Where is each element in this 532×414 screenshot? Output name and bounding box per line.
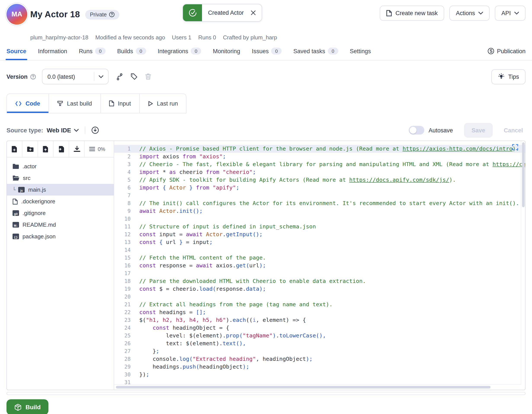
create-new-task-button[interactable]: Create new task <box>380 6 444 21</box>
code-line[interactable]: 8// The init() call configures the Actor… <box>114 199 525 207</box>
upload-file-button[interactable] <box>38 141 54 157</box>
tips-button[interactable]: Tips <box>491 69 525 84</box>
tab-builds[interactable]: Builds0 <box>117 45 146 57</box>
file-item--dockerignore[interactable]: .dockerignore <box>7 195 114 207</box>
code-line[interactable]: 3// Cheerio - The fast, flexible & elega… <box>114 161 525 168</box>
vertical-scrollbar[interactable] <box>521 141 525 385</box>
build-button[interactable]: Build <box>7 399 48 414</box>
source-type-select[interactable]: Web IDE <box>47 127 79 134</box>
code-line[interactable]: 29 headings.push(headingObject); <box>114 363 525 371</box>
tab-monitoring[interactable]: Monitoring <box>213 45 240 57</box>
line-content: const response = await axios.get(url); <box>136 262 266 270</box>
code-line[interactable]: 11// Structure of input is defined in in… <box>114 223 525 231</box>
line-number: 26 <box>114 340 136 347</box>
line-content <box>136 215 139 223</box>
tab-information[interactable]: Information <box>38 45 67 57</box>
code-line[interactable]: 27 }; <box>114 347 525 355</box>
git-file-icon: git <box>12 210 19 216</box>
file-item--actor[interactable]: .actor <box>7 161 114 172</box>
move-file-button[interactable] <box>54 141 69 157</box>
code-line[interactable]: 22const headings = []; <box>114 308 525 316</box>
code-line[interactable]: 26 text: $(element).text(), <box>114 340 525 347</box>
code-line[interactable]: 18// Parse the downloaded HTML with Chee… <box>114 277 525 285</box>
code-line[interactable]: 13const { url } = input; <box>114 238 525 246</box>
code-line[interactable]: 17 <box>114 270 525 277</box>
new-file-icon <box>11 145 18 153</box>
tab-source[interactable]: Source <box>7 45 26 57</box>
line-content: // Structure of input is defined in inpu… <box>136 223 316 231</box>
code-line[interactable]: 4import * as cheerio from "cheerio"; <box>114 168 525 176</box>
code-line[interactable]: 1// Axios - Promise based HTTP client fo… <box>114 145 525 153</box>
actions-dropdown-button[interactable]: Actions <box>449 6 490 21</box>
horizontal-scrollbar[interactable] <box>114 384 521 390</box>
code-line[interactable]: 19const $ = cheerio.load(response.data); <box>114 285 525 293</box>
download-button[interactable] <box>69 141 85 157</box>
file-item--gitignore[interactable]: git.gitignore <box>7 207 114 219</box>
file-name: .actor <box>22 163 37 170</box>
file-explorer: 0% .actorsrc└jsmain.js.dockerignoregit.g… <box>7 141 114 390</box>
new-folder-icon <box>27 146 34 152</box>
code-line[interactable]: 23$("h1, h2, h3, h4, h5, h6").each((i, e… <box>114 316 525 324</box>
view-tab-label: Input <box>118 100 131 107</box>
page-scrollbar[interactable] <box>7 392 525 395</box>
tab-count-badge: 0 <box>191 48 201 55</box>
code-line[interactable]: 21// Extract all headings from the page … <box>114 301 525 308</box>
line-content: import axios from "axios"; <box>136 153 226 161</box>
download-circle-icon[interactable] <box>92 126 99 134</box>
code-line[interactable]: 12const input = await Actor.getInput(); <box>114 231 525 238</box>
hammer-icon <box>57 100 63 106</box>
tab-saved-tasks[interactable]: Saved tasks0 <box>293 45 338 57</box>
file-icon <box>12 198 18 204</box>
code-line[interactable]: 2import axios from "axios"; <box>114 153 525 161</box>
tab-settings[interactable]: Settings <box>350 45 371 57</box>
code-line[interactable]: 20 <box>114 293 525 301</box>
line-content <box>136 270 139 277</box>
code-line[interactable]: 28 console.log("Extracted heading", head… <box>114 355 525 363</box>
file-item-src[interactable]: src <box>7 172 114 184</box>
view-tab-label: Code <box>26 100 40 107</box>
new-folder-button[interactable] <box>22 141 38 157</box>
line-number: 17 <box>114 270 136 277</box>
code-line[interactable]: 15// Fetch the HTML content of the page. <box>114 254 525 262</box>
code-line[interactable]: 5// Apify SDK - toolkit for building Api… <box>114 176 525 184</box>
tab-label: Saved tasks <box>293 48 325 54</box>
file-item-main-js[interactable]: └jsmain.js <box>7 184 114 195</box>
file-icon <box>109 100 114 106</box>
code-line[interactable]: 24 const headingObject = { <box>114 324 525 332</box>
code-line[interactable]: 16const response = await axios.get(url); <box>114 262 525 270</box>
cancel-button[interactable]: Cancel <box>501 126 525 134</box>
code-line[interactable]: 6import { Actor } from "apify"; <box>114 184 525 192</box>
file-item-package-json[interactable]: {;}package.json <box>7 231 114 242</box>
trash-icon <box>145 73 151 80</box>
code-line[interactable]: 7 <box>114 192 525 199</box>
fullscreen-icon[interactable] <box>512 144 518 150</box>
line-content: const headingObject = { <box>136 324 229 332</box>
tab-integrations[interactable]: Integrations0 <box>158 45 201 57</box>
view-tab-last-run[interactable]: Last run <box>140 94 186 113</box>
code-line[interactable]: 9await Actor.init(); <box>114 207 525 215</box>
version-select[interactable]: 0.0 (latest) <box>42 69 109 84</box>
line-content: // Axios - Promise based HTTP client for… <box>136 145 519 153</box>
file-item-readme-md[interactable]: M↓README.md <box>7 219 114 231</box>
tag-icon[interactable] <box>131 73 138 80</box>
line-content: // Apify SDK - toolkit for building Apif… <box>136 176 456 184</box>
tab-issues[interactable]: Issues0 <box>252 45 282 57</box>
autosave-toggle[interactable] <box>409 126 424 135</box>
tab-publication[interactable]: Publication <box>487 45 525 57</box>
code-line[interactable]: 25 level: $(element).prop("tagName").toL… <box>114 332 525 340</box>
header: MA My Actor 18 Private plum_harp/my-acto… <box>0 0 532 45</box>
code-line[interactable]: 30}); <box>114 371 525 378</box>
toast-close-icon[interactable] <box>251 10 255 15</box>
api-dropdown-button[interactable]: API <box>495 6 525 21</box>
tab-runs[interactable]: Runs0 <box>79 45 105 57</box>
code-editor[interactable]: 1// Axios - Promise based HTTP client fo… <box>114 141 525 390</box>
view-tab-code[interactable]: Code <box>7 94 49 113</box>
code-line[interactable]: 10 <box>114 215 525 223</box>
git-fork-icon[interactable] <box>116 73 123 80</box>
view-tab-last-build[interactable]: Last build <box>49 94 101 113</box>
view-tab-input[interactable]: Input <box>101 94 140 113</box>
new-file-button[interactable] <box>7 141 22 157</box>
save-button[interactable]: Save <box>464 123 493 138</box>
meta-item: plum_harp/my-actor-18 <box>30 34 88 41</box>
code-line[interactable]: 14 <box>114 246 525 254</box>
